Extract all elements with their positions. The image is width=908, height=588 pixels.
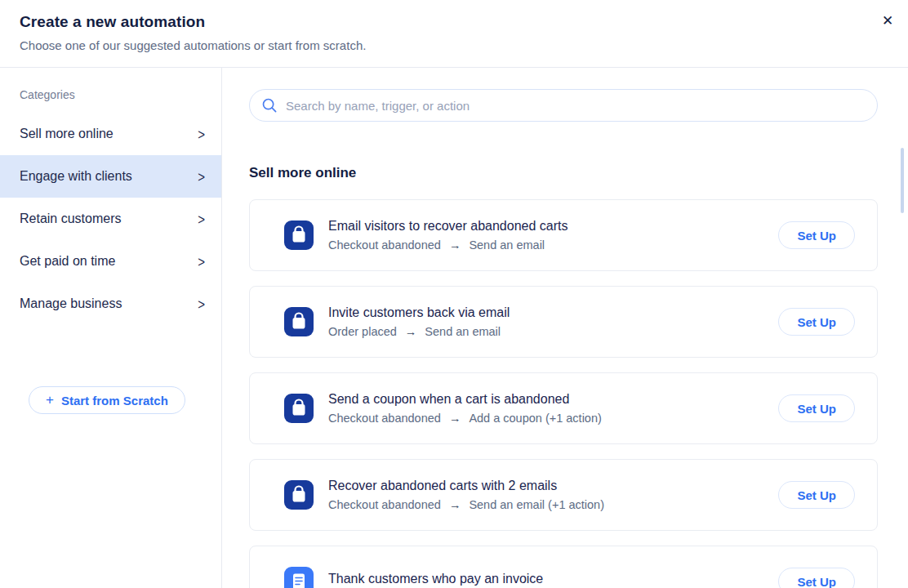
set-up-button[interactable]: Set Up bbox=[778, 308, 855, 336]
automation-card-send-coupon[interactable]: Send a coupon when a cart is abandoned C… bbox=[249, 372, 878, 444]
chevron-right-icon: > bbox=[198, 125, 205, 142]
shopping-bag-icon bbox=[284, 307, 314, 336]
card-title: Email visitors to recover abandoned cart… bbox=[328, 219, 778, 234]
arrow-right-icon: → bbox=[405, 325, 417, 338]
automation-list-panel: Sell more online Email visitors to recov… bbox=[222, 68, 908, 588]
search-icon bbox=[261, 97, 278, 114]
arrow-right-icon: → bbox=[449, 498, 461, 511]
modal-title: Create a new automation bbox=[20, 13, 888, 31]
automation-card-invite-customers-back[interactable]: Invite customers back via email Order pl… bbox=[249, 286, 878, 358]
automation-card-thank-invoice-payers[interactable]: Thank customers who pay an invoice Set U… bbox=[249, 546, 878, 588]
chevron-right-icon: > bbox=[198, 167, 205, 185]
set-up-button[interactable]: Set Up bbox=[778, 221, 855, 249]
arrow-right-icon: → bbox=[449, 412, 461, 425]
shopping-bag-icon bbox=[284, 394, 314, 423]
trigger-label: Order placed bbox=[328, 325, 397, 338]
invoice-icon bbox=[284, 567, 314, 588]
start-from-scratch-label: Start from Scratch bbox=[61, 394, 168, 408]
sidebar-heading: Categories bbox=[0, 87, 221, 102]
start-from-scratch-button[interactable]: + Start from Scratch bbox=[29, 386, 185, 414]
automation-card-recover-with-2-emails[interactable]: Recover abandoned carts with 2 emails Ch… bbox=[249, 459, 878, 531]
sidebar-item-label: Engage with clients bbox=[20, 169, 132, 184]
arrow-right-icon: → bbox=[449, 238, 461, 252]
set-up-button[interactable]: Set Up bbox=[778, 481, 855, 509]
action-label: Send an email (+1 action) bbox=[469, 498, 604, 511]
action-label: Send an email bbox=[425, 325, 501, 338]
card-title: Send a coupon when a cart is abandoned bbox=[328, 392, 778, 407]
card-subtitle: Checkout abandoned → Send an email (+1 a… bbox=[328, 498, 778, 511]
card-title: Recover abandoned carts with 2 emails bbox=[328, 479, 778, 493]
close-icon: ✕ bbox=[882, 13, 893, 29]
chevron-right-icon: > bbox=[198, 252, 205, 270]
sidebar-item-label: Get paid on time bbox=[20, 254, 115, 269]
categories-sidebar: Categories Sell more online > Engage wit… bbox=[0, 68, 222, 588]
sidebar-item-engage-with-clients[interactable]: Engage with clients > bbox=[0, 155, 221, 198]
shopping-bag-icon bbox=[284, 480, 314, 510]
modal-subtitle: Choose one of our suggested automations … bbox=[20, 38, 888, 52]
card-subtitle: Order placed → Send an email bbox=[328, 325, 778, 338]
card-title: Invite customers back via email bbox=[328, 305, 778, 320]
action-label: Add a coupon (+1 action) bbox=[469, 412, 601, 425]
card-text: Send a coupon when a cart is abandoned C… bbox=[328, 392, 778, 425]
trigger-label: Checkout abandoned bbox=[328, 498, 441, 511]
search-box bbox=[249, 89, 878, 122]
sidebar-item-label: Sell more online bbox=[20, 127, 114, 141]
section-title: Sell more online bbox=[249, 165, 878, 181]
card-text: Email visitors to recover abandoned cart… bbox=[328, 219, 778, 252]
shopping-bag-icon bbox=[284, 220, 314, 250]
automation-card-recover-abandoned-carts[interactable]: Email visitors to recover abandoned cart… bbox=[249, 199, 878, 271]
search-input[interactable] bbox=[249, 89, 878, 122]
set-up-button[interactable]: Set Up bbox=[778, 394, 855, 422]
modal-header: Create a new automation Choose one of ou… bbox=[0, 0, 908, 68]
card-text: Thank customers who pay an invoice bbox=[328, 572, 778, 588]
set-up-button[interactable]: Set Up bbox=[778, 568, 855, 588]
plus-icon: + bbox=[46, 392, 54, 408]
card-text: Recover abandoned carts with 2 emails Ch… bbox=[328, 479, 778, 511]
sidebar-item-sell-more-online[interactable]: Sell more online > bbox=[0, 113, 221, 155]
sidebar-item-label: Retain customers bbox=[20, 212, 122, 226]
create-automation-modal: Create a new automation Choose one of ou… bbox=[0, 0, 908, 588]
modal-body: Categories Sell more online > Engage wit… bbox=[0, 68, 908, 588]
sidebar-item-retain-customers[interactable]: Retain customers > bbox=[0, 198, 221, 240]
sidebar-item-get-paid-on-time[interactable]: Get paid on time > bbox=[0, 240, 221, 283]
trigger-label: Checkout abandoned bbox=[328, 238, 441, 252]
card-title: Thank customers who pay an invoice bbox=[328, 572, 778, 586]
close-button[interactable]: ✕ bbox=[877, 11, 898, 32]
card-subtitle: Checkout abandoned → Add a coupon (+1 ac… bbox=[328, 412, 778, 425]
trigger-label: Checkout abandoned bbox=[328, 412, 441, 425]
card-text: Invite customers back via email Order pl… bbox=[328, 305, 778, 338]
chevron-right-icon: > bbox=[198, 210, 205, 227]
sidebar-item-label: Manage business bbox=[20, 296, 122, 311]
sidebar-item-manage-business[interactable]: Manage business > bbox=[0, 283, 221, 325]
action-label: Send an email bbox=[469, 238, 545, 252]
chevron-right-icon: > bbox=[198, 295, 205, 312]
card-subtitle: Checkout abandoned → Send an email bbox=[328, 238, 778, 252]
scrollbar-thumb[interactable] bbox=[901, 148, 904, 213]
